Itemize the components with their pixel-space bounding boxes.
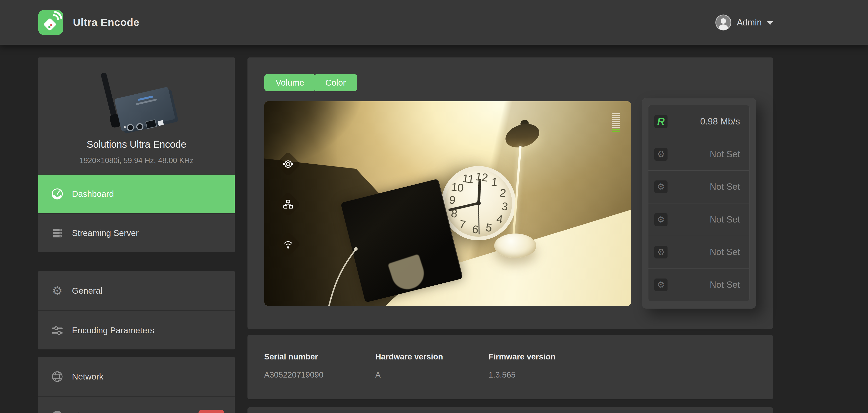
gear-icon: ⚙ <box>51 285 64 297</box>
output-row-server[interactable]: ⚙ Not Set <box>648 203 749 236</box>
sidebar-settings-card: ⚙ General Encoding Parameters <box>38 271 235 349</box>
user-menu[interactable]: Admin <box>715 0 773 45</box>
app-logo-icon <box>38 10 63 35</box>
wifi-icon <box>282 238 294 250</box>
sidebar-item-label: General <box>72 286 102 296</box>
outputs-panel: R 0.98 Mb/s ⚙ Not Set ⚙ Not Set ⚙ Not Se… <box>642 98 756 309</box>
top-bar: Ultra Encode Admin <box>0 0 868 45</box>
sidebar-system-card: Network Firmware New <box>38 357 235 413</box>
sidebar-item-label: Dashboard <box>72 189 114 199</box>
globe-icon <box>51 371 64 383</box>
color-button[interactable]: Color <box>314 74 357 91</box>
user-name: Admin <box>737 18 762 28</box>
gear-icon: ⚙ <box>654 180 668 193</box>
gear-icon: ⚙ <box>654 246 668 259</box>
next-section-card <box>247 407 773 413</box>
output-row-server[interactable]: ⚙ Not Set <box>648 236 749 269</box>
sidebar-item-streaming-server[interactable]: Streaming Server <box>38 213 235 252</box>
gear-icon: ⚙ <box>654 278 668 291</box>
cable <box>265 101 631 306</box>
gear-icon: ⚙ <box>654 148 668 161</box>
sidebar-item-general[interactable]: ⚙ General <box>38 271 235 310</box>
sliders-icon <box>51 324 64 337</box>
outputs-list: R 0.98 Mb/s ⚙ Not Set ⚙ Not Set ⚙ Not Se… <box>648 105 749 301</box>
output-row-server[interactable]: ⚙ Not Set <box>648 269 749 301</box>
video-preview: 123456789101112 <box>265 101 631 306</box>
device-photo <box>75 69 198 136</box>
sidebar-item-label: Firmware <box>72 411 108 413</box>
sidebar-item-encoding-parameters[interactable]: Encoding Parameters <box>38 310 235 349</box>
ethernet-icon <box>282 199 294 210</box>
sdi-input-icon <box>282 159 294 170</box>
sidebar-item-firmware[interactable]: Firmware New <box>38 396 235 413</box>
volume-button[interactable]: Volume <box>265 74 315 91</box>
sidebar-item-network[interactable]: Network <box>38 357 235 396</box>
sidebar-item-label: Streaming Server <box>72 228 138 238</box>
preview-card: Volume Color 123456789101112 <box>247 58 773 329</box>
new-badge: New <box>198 410 224 413</box>
device-info-card: Serial number A305220719090 Hardware ver… <box>247 335 773 399</box>
output-row-server[interactable]: ⚙ Not Set <box>648 170 749 203</box>
device-name: Solutions Ultra Encode <box>43 139 230 150</box>
sidebar-device-card: Solutions Ultra Encode 1920×1080i, 59.94… <box>38 58 235 252</box>
sidebar-item-dashboard[interactable]: Dashboard <box>38 174 235 213</box>
sidebar-item-label: Network <box>72 372 103 381</box>
output-row-recording[interactable]: R 0.98 Mb/s <box>648 105 749 138</box>
chevron-down-icon <box>767 21 773 25</box>
output-bitrate: 0.98 Mb/s <box>700 116 740 127</box>
info-hardware-version: Hardware version A <box>375 352 489 399</box>
gear-icon: ⚙ <box>654 213 668 226</box>
device-signal-format: 1920×1080i, 59.94 Hz, 48.00 KHz <box>43 156 230 165</box>
avatar <box>715 14 732 31</box>
server-stack-icon <box>51 227 64 239</box>
recording-r-icon: R <box>654 115 668 128</box>
info-serial-number: Serial number A305220719090 <box>264 352 375 399</box>
ultra-encode-dashboard: Ultra Encode Admin <box>0 0 868 413</box>
info-firmware-version: Firmware version 1.3.565 <box>489 352 555 399</box>
lamp-base <box>494 234 536 258</box>
firmware-update-icon <box>51 410 64 413</box>
device-summary: Solutions Ultra Encode 1920×1080i, 59.94… <box>38 58 235 174</box>
sidebar-item-label: Encoding Parameters <box>72 325 154 335</box>
gauge-icon <box>51 187 64 200</box>
output-row-server[interactable]: ⚙ Not Set <box>648 138 749 171</box>
volume-meter <box>612 113 620 132</box>
app-title: Ultra Encode <box>73 16 139 28</box>
